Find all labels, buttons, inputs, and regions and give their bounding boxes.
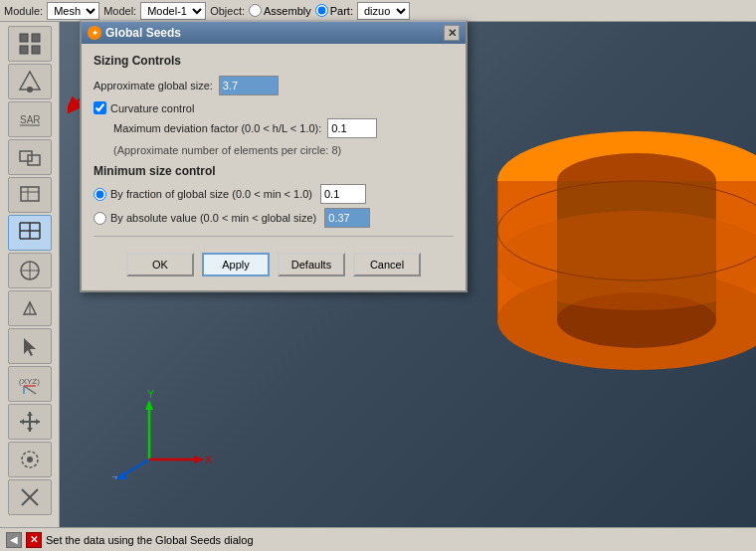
- dialog-content: Sizing Controls Approximate global size:…: [82, 44, 466, 290]
- svg-text:X: X: [205, 454, 213, 465]
- svg-point-5: [27, 87, 33, 92]
- sidebar-btn-7[interactable]: [8, 253, 52, 288]
- button-row: OK Apply Defaults Cancel: [94, 245, 454, 280]
- max-dev-label: Maximum deviation factor (0.0 < h/L < 1.…: [113, 122, 321, 134]
- defaults-button[interactable]: Defaults: [278, 253, 345, 276]
- model-select[interactable]: Model-1: [140, 2, 206, 20]
- svg-marker-30: [27, 428, 33, 432]
- status-message: Set the data using the Global Seeds dial…: [46, 534, 254, 546]
- svg-marker-31: [20, 419, 24, 425]
- axis-indicator: Y X Z: [109, 390, 229, 479]
- fraction-label: By fraction of global size (0.0 < min < …: [110, 188, 312, 200]
- assembly-label: Assembly: [264, 5, 311, 17]
- approx-size-row: Approximate global size:: [94, 76, 454, 95]
- left-sidebar: SAR (XYZ): [0, 22, 60, 529]
- svg-rect-10: [21, 187, 39, 201]
- elements-per-circle-text: (Approximate number of elements per circ…: [113, 144, 454, 156]
- approx-size-label: Approximate global size:: [94, 80, 213, 92]
- sidebar-btn-2[interactable]: [8, 64, 52, 99]
- part-select[interactable]: dizuo: [357, 2, 410, 20]
- object-label: Object:: [210, 5, 245, 17]
- radio-fraction-row: By fraction of global size (0.0 < min < …: [94, 184, 454, 204]
- svg-line-24: [24, 386, 36, 394]
- svg-rect-2: [20, 46, 28, 54]
- sidebar-btn-1[interactable]: [8, 26, 52, 62]
- model-label: Model:: [103, 5, 136, 17]
- absolute-input[interactable]: [324, 208, 370, 228]
- fraction-input[interactable]: [320, 184, 366, 204]
- svg-point-34: [27, 457, 33, 462]
- sidebar-btn-4[interactable]: [8, 139, 52, 175]
- svg-marker-29: [27, 412, 33, 416]
- svg-marker-32: [36, 419, 40, 425]
- svg-marker-51: [194, 456, 204, 463]
- curvature-checkbox[interactable]: [94, 101, 106, 114]
- svg-rect-0: [20, 34, 28, 42]
- sidebar-btn-move[interactable]: [8, 404, 52, 440]
- sidebar-btn-cursor[interactable]: [8, 328, 52, 364]
- max-dev-input[interactable]: [327, 118, 377, 138]
- absolute-radio[interactable]: [94, 212, 106, 225]
- module-label: Module:: [4, 5, 43, 17]
- svg-rect-9: [28, 155, 40, 165]
- dialog-title: Global Seeds: [105, 26, 181, 40]
- apply-button[interactable]: Apply: [202, 253, 270, 276]
- svg-rect-8: [20, 151, 32, 161]
- max-dev-row: Maximum deviation factor (0.0 < h/L < 1.…: [113, 118, 454, 138]
- svg-rect-3: [32, 46, 40, 54]
- sidebar-btn-xyz[interactable]: (XYZ): [8, 366, 52, 402]
- sidebar-btn-5[interactable]: [8, 177, 52, 213]
- global-seeds-dialog: ✦ Global Seeds ✕ Sizing Controls Approxi…: [80, 20, 468, 292]
- sizing-controls-title: Sizing Controls: [94, 54, 454, 68]
- sidebar-btn-gear[interactable]: [8, 479, 52, 515]
- curvature-label: Curvature control: [110, 102, 194, 114]
- dialog-icon: ✦: [88, 26, 101, 40]
- svg-text:(XYZ): (XYZ): [19, 377, 40, 386]
- svg-text:Z: Z: [111, 474, 118, 479]
- top-toolbar: Module: Mesh Model: Model-1 Object: Asse…: [0, 0, 756, 22]
- curvature-options: Maximum deviation factor (0.0 < h/L < 1.…: [94, 118, 454, 156]
- sidebar-btn-rotate[interactable]: [8, 442, 52, 477]
- curvature-control-row: Curvature control: [94, 101, 454, 114]
- sidebar-btn-3[interactable]: SAR: [8, 101, 52, 137]
- radio-absolute-row: By absolute value (0.0 < min < global si…: [94, 208, 454, 228]
- nav-icon[interactable]: ◀: [6, 532, 22, 548]
- absolute-label: By absolute value (0.0 < min < global si…: [110, 212, 316, 224]
- svg-rect-1: [32, 34, 40, 42]
- fraction-radio[interactable]: [94, 188, 106, 201]
- ok-button[interactable]: OK: [126, 253, 194, 276]
- dialog-close-button[interactable]: ✕: [444, 25, 460, 41]
- cancel-button[interactable]: Cancel: [353, 253, 421, 276]
- part-label: Part:: [330, 5, 353, 17]
- svg-text:Y: Y: [147, 390, 155, 400]
- approx-size-input[interactable]: [219, 76, 279, 95]
- divider: [94, 236, 454, 237]
- stop-icon[interactable]: ✕: [26, 532, 42, 548]
- sidebar-btn-8[interactable]: [8, 290, 52, 326]
- status-bar: ◀ ✕ Set the data using the Global Seeds …: [0, 527, 756, 551]
- svg-marker-49: [145, 400, 153, 410]
- svg-text:SAR: SAR: [20, 114, 41, 125]
- module-select[interactable]: Mesh: [47, 2, 99, 20]
- dialog-titlebar[interactable]: ✦ Global Seeds ✕: [82, 22, 466, 44]
- sidebar-btn-mesh[interactable]: [8, 215, 52, 251]
- part-radio[interactable]: [315, 4, 328, 17]
- min-size-title: Minimum size control: [94, 164, 454, 178]
- assembly-radio[interactable]: [249, 4, 262, 17]
